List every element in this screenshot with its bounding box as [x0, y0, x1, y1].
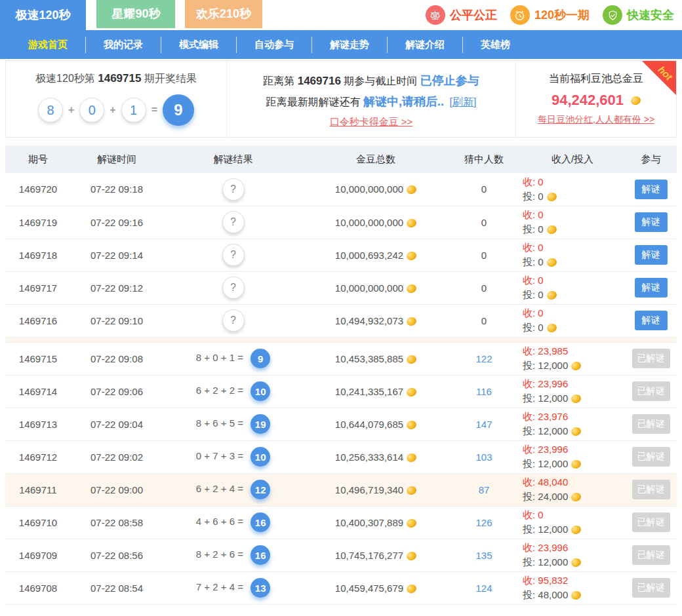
coin-icon	[546, 322, 557, 334]
income-label: 收:	[523, 176, 535, 187]
clock-icon	[510, 5, 530, 25]
coin-icon	[571, 491, 582, 503]
shield-icon	[603, 5, 622, 25]
invest-label: 投:	[523, 322, 535, 333]
results-table-body: 1469720 07-22 09:18 ? 10,000,000,000 0 收…	[5, 173, 677, 604]
row-time: 07-22 09:14	[90, 250, 143, 261]
dividend-link[interactable]: 每日豆池分红,人人都有份 >>	[538, 114, 654, 126]
row-income: 收: 23,985	[523, 344, 625, 358]
row-income: 收: 0	[523, 306, 625, 320]
row-guessed[interactable]: 135	[475, 550, 492, 561]
equals-sign: =	[151, 104, 157, 116]
nav-item-home[interactable]: 游戏首页	[10, 37, 86, 53]
scale-icon	[426, 5, 445, 25]
nav-item-mode-edit[interactable]: 模式编辑	[161, 37, 237, 53]
row-time: 07-22 08:54	[90, 583, 143, 594]
table-row: 1469714 07-22 09:06 6 + 2 + 2 = 10 10,24…	[5, 375, 677, 408]
invest-label: 投:	[523, 458, 535, 469]
coin-icon	[405, 316, 417, 327]
solved-badge: 已解谜	[632, 545, 670, 565]
row-formula: 6 + 2 + 4 =	[196, 483, 246, 494]
invest-value: 24,000	[538, 491, 568, 502]
row-guessed[interactable]: 87	[479, 484, 490, 495]
row-guessed[interactable]: 126	[475, 517, 492, 528]
row-formula: 8 + 6 + 5 =	[196, 417, 246, 429]
solved-badge: 已解谜	[632, 414, 670, 434]
income-label: 收:	[523, 378, 535, 389]
row-formula: 7 + 2 + 4 =	[196, 581, 246, 592]
countdown-section: 距离第 1469716 期参与截止时间 已停止参与 距离最新期解谜还有 解谜中,…	[227, 61, 516, 137]
solved-badge: 已解谜	[632, 480, 670, 499]
table-row: 1469708 07-22 08:54 7 + 2 + 4 = 13 10,45…	[5, 571, 677, 604]
row-period: 1469717	[19, 282, 57, 294]
income-label: 收:	[523, 444, 535, 455]
row-invest: 投: 0	[523, 189, 625, 204]
row-total: 10,453,385,885	[335, 353, 403, 364]
row-formula: 8 + 0 + 1 =	[196, 352, 246, 363]
nav-item-auto-join[interactable]: 自动参与	[237, 37, 312, 53]
header-total: 金豆总数	[304, 145, 448, 173]
row-guessed[interactable]: 103	[475, 452, 492, 463]
nav-item-heroes[interactable]: 英雄榜	[463, 37, 528, 53]
unknown-result: ?	[222, 178, 245, 201]
row-invest: 投: 12,000	[523, 424, 625, 438]
tab-happy-210s[interactable]: 欢乐210秒	[185, 0, 262, 28]
solved-result: 8 + 6 + 5 = 19	[196, 417, 270, 429]
invest-value: 0	[538, 322, 543, 333]
header-result: 解谜结果	[163, 145, 304, 173]
coin-icon	[630, 95, 641, 106]
coin-icon	[405, 218, 417, 229]
row-period: 1469710	[19, 517, 57, 528]
invest-value: 12,000	[538, 393, 568, 404]
invest-label: 投:	[523, 491, 535, 502]
table-row: 1469718 07-22 09:14 ? 10,000,693,242 0 收…	[5, 239, 677, 271]
invest-value: 12,000	[538, 458, 568, 469]
solved-badge: 已解谜	[632, 447, 670, 467]
refresh-link[interactable]: [刷新]	[450, 96, 477, 107]
nav-item-my-records[interactable]: 我的记录	[86, 37, 161, 53]
coin-icon	[571, 590, 582, 601]
row-period: 1469712	[19, 452, 57, 463]
coin-icon	[546, 224, 557, 235]
draw-number-1: 8	[38, 98, 63, 123]
promo-link[interactable]: 口令秒卡得金豆 >>	[330, 116, 413, 128]
row-total: 10,496,719,340	[335, 484, 403, 495]
unknown-result: ?	[222, 244, 245, 266]
invest-value: 0	[538, 256, 543, 267]
coin-icon	[546, 257, 557, 268]
coin-icon	[405, 250, 417, 261]
row-guessed[interactable]: 116	[476, 386, 492, 397]
nav-item-intro[interactable]: 解谜介绍	[388, 37, 463, 53]
draw-result-circle: 9	[163, 94, 194, 126]
join-button[interactable]: 解谜	[635, 278, 668, 298]
row-income: 收: 0	[523, 508, 625, 522]
invest-value: 12,000	[538, 360, 568, 371]
coin-icon	[405, 518, 417, 529]
row-guessed: 0	[481, 217, 487, 228]
trust-badges: 公平公正 120秒一期 快速安全	[426, 0, 674, 30]
nav-item-trend[interactable]: 解谜走势	[312, 37, 388, 53]
join-button[interactable]: 解谜	[635, 212, 668, 232]
row-guessed: 0	[481, 183, 487, 195]
row-period: 1469716	[19, 315, 57, 326]
join-button[interactable]: 解谜	[635, 180, 668, 199]
join-button[interactable]: 解谜	[635, 311, 668, 330]
row-invest: 投: 48,000	[523, 588, 625, 602]
invest-value: 48,000	[538, 589, 568, 600]
row-guessed[interactable]: 124	[475, 583, 492, 594]
tab-speed-120s[interactable]: 极速120秒	[0, 0, 86, 30]
income-value: 95,832	[538, 575, 568, 586]
row-income: 收: 23,976	[523, 410, 625, 424]
row-invest: 投: 0	[523, 288, 625, 302]
tab-star-90s[interactable]: 星耀90秒	[96, 0, 175, 28]
coin-icon	[546, 191, 557, 202]
row-guessed[interactable]: 122	[475, 353, 492, 364]
row-guessed[interactable]: 147	[475, 419, 492, 430]
row-total: 10,000,000,000	[335, 282, 403, 294]
row-period: 1469711	[19, 484, 56, 495]
income-value: 23,996	[538, 378, 568, 389]
row-result-circle: 16	[251, 545, 270, 565]
solved-badge: 已解谜	[632, 381, 670, 401]
join-button[interactable]: 解谜	[635, 245, 668, 265]
badge-fairness-label: 公平公正	[450, 7, 497, 23]
